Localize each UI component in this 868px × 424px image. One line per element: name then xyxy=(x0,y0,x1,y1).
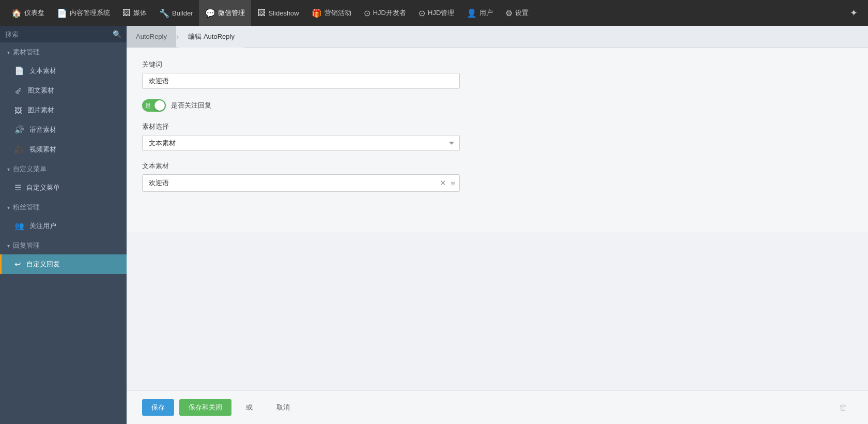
section-label-reply: 回复管理 xyxy=(13,241,40,250)
text-material-actions: ✕ ≡ xyxy=(436,178,459,188)
save-button[interactable]: 保存 xyxy=(142,399,174,416)
section-label-fans: 粉丝管理 xyxy=(13,203,40,212)
sidebar-label-audio-material: 语音素材 xyxy=(29,125,56,134)
sidebar-item-custom-menu[interactable]: ☰ 自定义菜单 xyxy=(0,178,127,198)
sidebar-label-video-material: 视频素材 xyxy=(29,145,56,154)
text-material-group: 文本素材 欢迎语 ✕ ≡ xyxy=(142,161,853,192)
text-material-list-icon[interactable]: ≡ xyxy=(451,179,455,188)
chevron-down-icon-3: ▾ xyxy=(7,205,10,210)
sidebar-section-reply[interactable]: ▾ 回复管理 xyxy=(0,236,127,254)
toggle-thumb xyxy=(154,100,165,111)
nav-label-hjd-dev: HJD开发者 xyxy=(373,8,406,18)
sidebar-item-follow-users[interactable]: 👥 关注用户 xyxy=(0,216,127,236)
sidebar-item-audio-material[interactable]: 🔊 语音素材 xyxy=(0,120,127,140)
delete-area: 🗑 xyxy=(839,403,853,412)
sidebar-label-custom-menu: 自定义菜单 xyxy=(26,183,60,192)
custom-menu-icon: ☰ xyxy=(14,183,21,192)
breadcrumb-label-autoreply: AutoReply xyxy=(136,33,167,40)
sidebar-item-image-material[interactable]: 🖼 图片素材 xyxy=(0,100,127,120)
video-material-icon: 🎥 xyxy=(14,145,24,154)
material-select-group: 素材选择 文本素材 图文素材 图片素材 语音素材 视频素材 xyxy=(142,122,853,151)
nav-label-users: 用户 xyxy=(479,8,493,18)
save-close-button[interactable]: 保存和关闭 xyxy=(179,399,231,416)
follow-reply-toggle[interactable]: 是 xyxy=(142,99,166,112)
nav-label-marketing: 营销活动 xyxy=(324,8,351,18)
section-label-custom-menu: 自定义菜单 xyxy=(13,164,47,174)
follow-reply-label: 是否关注回复 xyxy=(171,101,211,110)
custom-reply-icon: ↩ xyxy=(14,260,21,269)
form-footer: 保存 保存和关闭 或 取消 🗑 xyxy=(127,390,868,424)
breadcrumb-label-edit-autoreply: 编辑 AutoReply xyxy=(188,32,235,41)
builder-icon: 🔧 xyxy=(159,8,169,18)
breadcrumb-autoreply[interactable]: AutoReply xyxy=(127,26,176,48)
nav-label-hjd-admin: HJD管理 xyxy=(428,8,454,18)
or-label: 或 xyxy=(237,399,262,416)
nav-label-settings: 设置 xyxy=(515,8,529,18)
sidebar-section-fans[interactable]: ▾ 粉丝管理 xyxy=(0,198,127,216)
nav-item-hjd-dev[interactable]: ⊙ HJD开发者 xyxy=(358,0,412,26)
slideshow-icon: 🖼 xyxy=(257,8,266,18)
image-material-icon: 🖼 xyxy=(14,106,22,115)
top-nav: 🏠 仪表盘 📄 内容管理系统 🖼 媒体 🔧 Builder 💬 微信管理 🖼 S… xyxy=(0,0,868,26)
settings-icon: ⚙ xyxy=(505,8,513,18)
nav-item-slideshow[interactable]: 🖼 Slideshow xyxy=(251,0,305,26)
sidebar-label-text-material: 文本素材 xyxy=(29,66,56,75)
nav-item-media[interactable]: 🖼 媒体 xyxy=(116,0,153,26)
search-icon[interactable]: 🔍 xyxy=(113,30,121,38)
nav-item-wechat[interactable]: 💬 微信管理 xyxy=(199,0,251,26)
nav-item-hjd-admin[interactable]: ⊙ HJD管理 xyxy=(412,0,460,26)
nav-label-media: 媒体 xyxy=(133,8,147,18)
sidebar-item-video-material[interactable]: 🎥 视频素材 xyxy=(0,140,127,159)
nav-item-users[interactable]: 👤 用户 xyxy=(460,0,499,26)
sidebar-item-text-material[interactable]: 📄 文本素材 xyxy=(0,61,127,81)
sidebar-search-bar: 🔍 xyxy=(0,26,127,42)
text-material-label: 文本素材 xyxy=(142,161,853,171)
material-select-label: 素材选择 xyxy=(142,122,853,131)
delete-icon[interactable]: 🗑 xyxy=(839,403,847,412)
wechat-icon: 💬 xyxy=(205,8,215,18)
sidebar-label-custom-reply: 自定义回复 xyxy=(26,260,60,269)
audio-material-icon: 🔊 xyxy=(14,125,24,134)
cancel-button[interactable]: 取消 xyxy=(267,399,299,416)
sidebar-label-graphic-material: 图文素材 xyxy=(27,86,54,95)
form-spacer xyxy=(127,232,868,391)
sidebar-label-image-material: 图片素材 xyxy=(27,105,54,115)
material-select[interactable]: 文本素材 图文素材 图片素材 语音素材 视频素材 xyxy=(142,135,460,151)
nav-label-slideshow: Slideshow xyxy=(268,9,299,17)
section-label-material: 素材管理 xyxy=(13,48,40,57)
follow-users-icon: 👥 xyxy=(14,221,24,231)
graphic-material-icon: 🗞 xyxy=(14,86,22,95)
media-icon: 🖼 xyxy=(122,8,131,18)
nav-label-builder: Builder xyxy=(172,9,193,17)
text-material-clear-icon[interactable]: ✕ xyxy=(440,178,446,188)
sidebar: 🔍 ▾ 素材管理 📄 文本素材 🗞 图文素材 🖼 图片素材 🔊 语音素材 🎥 视… xyxy=(0,26,127,424)
hjd-admin-icon: ⊙ xyxy=(419,8,425,18)
nav-label-wechat: 微信管理 xyxy=(218,8,245,18)
nav-label-dashboard: 仪表盘 xyxy=(24,8,44,18)
breadcrumb: AutoReply › 编辑 AutoReply xyxy=(127,26,868,48)
cms-icon: 📄 xyxy=(57,8,67,18)
nav-item-marketing[interactable]: 🎁 营销活动 xyxy=(305,0,358,26)
text-material-icon: 📄 xyxy=(14,66,24,75)
sidebar-section-material[interactable]: ▾ 素材管理 xyxy=(0,42,127,61)
follow-reply-row: 是 是否关注回复 xyxy=(142,99,853,112)
sidebar-item-custom-reply[interactable]: ↩ 自定义回复 xyxy=(0,254,127,274)
search-input[interactable] xyxy=(5,31,110,38)
chevron-down-icon: ▾ xyxy=(7,50,10,55)
nav-item-cms[interactable]: 📄 内容管理系统 xyxy=(51,0,116,26)
nav-item-settings[interactable]: ⚙ 设置 xyxy=(499,0,535,26)
keyword-input[interactable] xyxy=(142,73,460,89)
sidebar-section-custom-menu[interactable]: ▾ 自定义菜单 xyxy=(0,159,127,178)
nav-item-dashboard[interactable]: 🏠 仪表盘 xyxy=(5,0,51,26)
sidebar-label-follow-users: 关注用户 xyxy=(29,221,56,231)
sidebar-item-graphic-material[interactable]: 🗞 图文素材 xyxy=(0,81,127,100)
breadcrumb-edit-autoreply[interactable]: 编辑 AutoReply xyxy=(179,26,244,48)
content-area: AutoReply › 编辑 AutoReply 关键词 是 xyxy=(127,26,868,424)
nav-gear-icon[interactable]: ✦ xyxy=(845,7,863,19)
chevron-down-icon-4: ▾ xyxy=(7,243,10,249)
marketing-icon: 🎁 xyxy=(312,8,322,18)
nav-item-builder[interactable]: 🔧 Builder xyxy=(153,0,199,26)
text-material-input-row: 欢迎语 ✕ ≡ xyxy=(142,174,460,192)
keyword-group: 关键词 xyxy=(142,60,853,89)
dashboard-icon: 🏠 xyxy=(11,8,22,18)
